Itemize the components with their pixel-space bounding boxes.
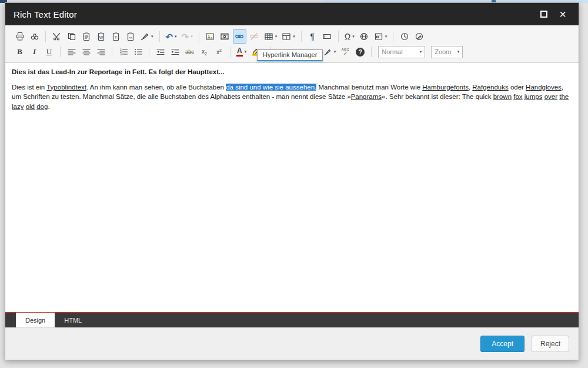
rich-text-editor-dialog: Rich Text Editor × WT<>▾↶▾↷▾▾▾¶Ω▾▾ BIU12…: [5, 2, 579, 360]
dropdown-arrow-icon: ▾: [385, 34, 387, 39]
find-and-replace-button[interactable]: [28, 29, 41, 44]
inline-link[interactable]: over: [544, 93, 557, 100]
svg-text:W: W: [99, 35, 103, 40]
bold-button[interactable]: B: [13, 45, 26, 59]
help-icon: ?: [356, 48, 365, 57]
table-icon: [264, 32, 273, 41]
undo-icon: ↶: [166, 32, 173, 41]
insert-layout-button[interactable]: ▾: [280, 29, 297, 44]
outdent-button[interactable]: [153, 45, 167, 59]
editor-content-area[interactable]: Dies ist das Lead-In zur Reportage in Fe…: [5, 63, 579, 313]
ordered-list-button[interactable]: 123: [116, 45, 130, 59]
paste-html-icon: <>: [126, 32, 135, 41]
media-manager-button[interactable]: [218, 29, 232, 44]
brush-icon: [140, 32, 149, 41]
foreground-color-button[interactable]: A▾: [235, 45, 248, 59]
toolbar-separator: [199, 31, 199, 42]
indent-button[interactable]: [168, 45, 182, 59]
image-icon: [205, 32, 215, 41]
format-painter-button[interactable]: ▾: [321, 45, 338, 59]
inline-link[interactable]: Rafgenduks: [472, 84, 508, 91]
print-icon: [15, 32, 25, 41]
editor-toolbar: WT<>▾↶▾↷▾▾▾¶Ω▾▾ BIU123abcx2x2A▾▾<>Aa▾▾AB…: [5, 25, 579, 63]
forecolor-icon: A: [236, 47, 243, 57]
media-icon: [220, 32, 229, 41]
inline-link[interactable]: Handgloves: [526, 84, 562, 91]
dropdown-arrow-icon: ▾: [275, 34, 278, 39]
align-center-button[interactable]: [79, 45, 93, 59]
screen: Rich Text Editor × WT<>▾↶▾↷▾▾▾¶Ω▾▾ BIU12…: [0, 0, 588, 368]
unordered-list-button[interactable]: [131, 45, 145, 59]
accept-button[interactable]: Accept: [480, 336, 524, 352]
toolbar-separator: [301, 31, 302, 42]
hyperlink-manager-button[interactable]: [233, 29, 246, 44]
insert-form-element-button[interactable]: [320, 29, 334, 44]
inline-link[interactable]: jumps: [524, 93, 543, 100]
inline-link[interactable]: lazy: [12, 103, 24, 110]
dropdown-arrow-icon: ▾: [245, 49, 247, 54]
image-manager-button[interactable]: [203, 29, 217, 44]
text-run: «. Sehr bekannt ist dieser: The quick: [382, 93, 493, 100]
italic-button[interactable]: I: [28, 45, 41, 59]
undo-button[interactable]: ↶▾: [164, 29, 179, 44]
text-selection: da sind und wie sie aussehen.: [226, 84, 316, 91]
toolbar-separator: [112, 47, 112, 57]
paste-icon: [82, 32, 91, 41]
paste-as-html-button[interactable]: <>: [123, 29, 137, 44]
inline-link[interactable]: Pangrams: [351, 93, 382, 100]
dropdown-arrow-icon: ▾: [293, 34, 295, 39]
toolbar-separator: [338, 31, 339, 42]
inline-link[interactable]: dog: [36, 103, 48, 110]
find-icon: [30, 32, 39, 41]
insert-date-button[interactable]: [397, 29, 411, 44]
tab-html[interactable]: HTML: [55, 313, 91, 327]
inline-link[interactable]: the: [559, 93, 569, 100]
maximize-button[interactable]: [536, 6, 552, 22]
paste-plain-text-button[interactable]: T: [109, 29, 122, 44]
insert-symbol-button[interactable]: Ω▾: [343, 29, 356, 44]
cut-button[interactable]: [50, 29, 64, 44]
insert-anchor-button[interactable]: [358, 29, 371, 44]
toolbar-separator: [159, 31, 160, 42]
tab-design[interactable]: Design: [16, 313, 55, 327]
insert-paragraph-button[interactable]: ¶: [306, 29, 319, 44]
format-stripper-button[interactable]: ▾: [138, 29, 155, 44]
align-left-icon: [67, 47, 76, 57]
ol-icon: 123: [119, 47, 128, 57]
align-right-button[interactable]: [94, 45, 108, 59]
inline-link[interactable]: Typoblindtext: [46, 84, 86, 91]
insert-table-button[interactable]: ▾: [262, 29, 279, 44]
zoom-dropdown[interactable]: Zoom▾: [431, 46, 463, 58]
inline-link[interactable]: Hamburgefonts: [422, 84, 469, 91]
superscript-button[interactable]: x2: [212, 45, 226, 59]
insert-module-button[interactable]: ▾: [372, 29, 389, 44]
help-button[interactable]: ?: [353, 45, 367, 59]
align-right-icon: [96, 47, 106, 57]
inline-link[interactable]: fox: [513, 93, 522, 100]
paste-from-word-button[interactable]: W: [94, 29, 108, 44]
painter-icon: [323, 47, 332, 57]
spell-check-button[interactable]: ABC✓: [339, 45, 352, 59]
inline-link[interactable]: old: [26, 103, 35, 110]
inline-link[interactable]: brown: [493, 93, 512, 100]
paragraph-style-dropdown[interactable]: Normal▾: [378, 46, 425, 58]
reject-button[interactable]: Reject: [532, 336, 569, 352]
underline-button[interactable]: U: [42, 45, 56, 59]
close-button[interactable]: ×: [555, 6, 570, 22]
copy-button[interactable]: [65, 29, 78, 44]
paste-button[interactable]: [79, 29, 93, 44]
text-run: .: [48, 103, 49, 110]
sup-icon: x2: [216, 48, 222, 55]
clock-icon: [400, 32, 409, 41]
chevron-down-icon: ▾: [420, 49, 422, 54]
hyperlink-manager-tooltip: Hyperlink Manager: [257, 49, 323, 61]
print-button[interactable]: [13, 29, 26, 44]
omega-icon: Ω: [345, 32, 350, 41]
unlink-icon: [249, 32, 259, 41]
align-left-button[interactable]: [65, 45, 78, 59]
paste-word-icon: W: [96, 32, 106, 41]
edit-in-place-button[interactable]: [412, 29, 426, 44]
subscript-button[interactable]: x2: [198, 45, 211, 59]
strikethrough-button[interactable]: abc: [183, 45, 196, 59]
dialog-title: Rich Text Editor: [14, 9, 77, 19]
